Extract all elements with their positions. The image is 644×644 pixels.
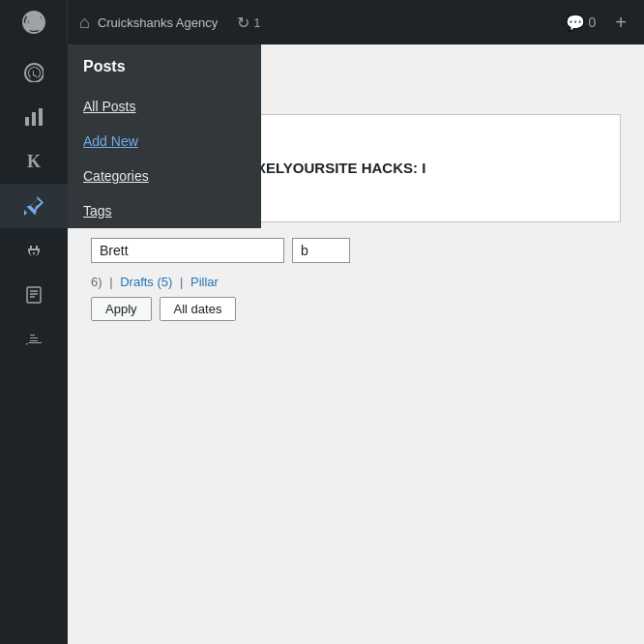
apply-row: Apply All dates <box>91 297 621 321</box>
admin-bar: ⌂ Cruickshanks Agency ↻ 1 💬 0 + <box>0 0 644 44</box>
search-input[interactable] <box>91 238 284 263</box>
separator-1: | <box>109 275 112 289</box>
pages-icon <box>24 285 44 305</box>
flyout-item-tags[interactable]: Tags <box>68 193 261 228</box>
svg-rect-2 <box>39 108 43 126</box>
plugins-icon <box>24 241 44 260</box>
admin-bar-site-info: ⌂ Cruickshanks Agency <box>68 13 229 33</box>
kadence-letter: K <box>27 152 41 172</box>
post-count: 6 <box>91 275 98 289</box>
update-count: 1 <box>253 15 260 30</box>
wp-logo-wrap[interactable] <box>0 0 68 44</box>
sidebar-item-kadence[interactable]: K <box>0 139 68 184</box>
sidebar-item-comments[interactable] <box>0 317 68 362</box>
home-icon: ⌂ <box>79 13 90 33</box>
admin-bar-right: 💬 0 + <box>558 12 644 34</box>
separator-2: | <box>180 275 183 289</box>
admin-bar-actions: ↻ 1 <box>237 14 260 32</box>
flyout-item-add-new[interactable]: Add New <box>68 124 261 159</box>
site-name: Cruickshanks Agency <box>98 15 218 30</box>
comments-icon <box>24 330 44 349</box>
stats-icon <box>24 107 44 127</box>
comments-wrap[interactable]: 💬 0 <box>558 14 604 32</box>
plus-icon: + <box>615 12 627 34</box>
filter-row <box>91 238 621 263</box>
pillar-link[interactable]: Pillar <box>190 275 219 289</box>
refresh-icon[interactable]: ↻ <box>237 14 249 32</box>
drafts-link[interactable]: Drafts (5) <box>120 275 176 289</box>
sidebar-item-stats[interactable] <box>0 95 68 139</box>
posts-flyout-menu: Posts All Posts Add New Categories Tags <box>68 44 261 228</box>
flyout-title: Posts <box>68 44 261 89</box>
filter-input-2[interactable] <box>292 238 350 263</box>
sidebar: K <box>0 44 68 644</box>
sidebar-item-plugins[interactable] <box>0 228 68 273</box>
dashboard-icon <box>24 63 44 82</box>
sidebar-item-pages[interactable] <box>0 273 68 317</box>
flyout-item-all-posts[interactable]: All Posts <box>68 89 261 124</box>
svg-rect-1 <box>32 112 36 126</box>
status-bar: 6) | Drafts (5) | Pillar <box>91 275 621 289</box>
comment-icon: 💬 <box>566 14 585 32</box>
posts-pin-icon <box>24 196 44 216</box>
svg-rect-3 <box>27 287 41 303</box>
wordpress-logo-icon <box>22 11 45 34</box>
comment-count: 0 <box>589 15 597 30</box>
all-dates-button[interactable]: All dates <box>160 297 237 321</box>
apply-button[interactable]: Apply <box>91 297 152 321</box>
sidebar-item-posts[interactable] <box>0 184 68 228</box>
add-new-wrap[interactable]: + <box>607 12 634 34</box>
flyout-item-categories[interactable]: Categories <box>68 159 261 193</box>
svg-rect-0 <box>25 117 29 126</box>
sidebar-item-dashboard[interactable] <box>0 50 68 95</box>
